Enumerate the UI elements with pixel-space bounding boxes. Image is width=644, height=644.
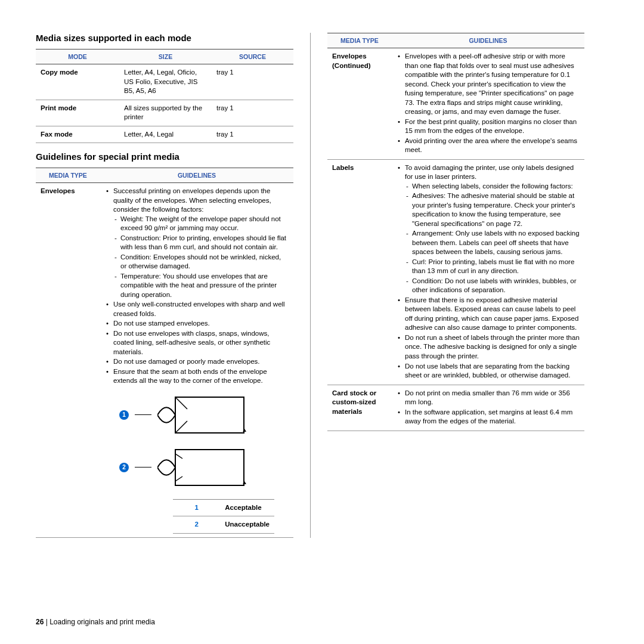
table-header-row: Mode Size Source [36,49,293,64]
left-column: Media sizes supported in each mode Mode … [36,33,310,538]
table-row: Copy mode Letter, A4, Legal, Oficio, US … [36,64,293,100]
modes-table: Mode Size Source Copy mode Letter, A4, L… [36,49,293,143]
labels-row: Labels To avoid damaging the printer, us… [327,159,584,385]
col-size: Size [119,49,212,64]
svg-rect-1 [175,450,244,485]
envelopes-continued-row: Envelopes (Continued) Envelopes with a p… [327,48,584,160]
table-header-row: Media Type Guidelines [327,33,584,48]
guidelines-table-left: Media Type Guidelines Envelopes Successf… [36,168,293,538]
envelope-acceptable-icon [157,394,247,436]
col-source: Source [212,49,293,64]
badge-2-icon: 2 [119,463,129,472]
connector-line [135,467,151,467]
envelope-factors: Weight: The weight of the envelope paper… [113,215,289,300]
page-number: 26 [36,618,44,626]
table-header-row: Media Type Guidelines [36,168,293,183]
svg-rect-0 [175,397,244,433]
col-media-type: Media Type [327,33,392,48]
cardstock-row: Card stock or custom-sized materials Do … [327,385,584,431]
table-row: Print mode All sizes supported by the pr… [36,100,293,126]
envelopes-bullets: Successful printing on envelopes depends… [105,187,289,386]
envelope-acceptable: 1 [119,394,274,436]
table-row: Fax mode Letter, A4, Legal tray 1 [36,126,293,143]
col-media-type: Media Type [36,168,100,183]
connector-line [135,414,151,415]
envelope-diagram: 1 2 [119,394,274,534]
page-content: Media sizes supported in each mode Mode … [0,0,644,538]
footer-title: Loading originals and print media [49,618,155,626]
col-guidelines: Guidelines [100,168,293,183]
legend-row: 1 Acceptable [173,499,274,516]
page-footer: 26 | Loading originals and print media [36,618,155,626]
guidelines-table-right: Media Type Guidelines Envelopes (Continu… [327,33,584,431]
envelopes-row: Envelopes Successful printing on envelop… [36,183,293,538]
envelope-unacceptable: 2 [119,447,274,488]
heading-guidelines: Guidelines for special print media [36,151,293,162]
heading-media-sizes: Media sizes supported in each mode [36,33,293,43]
badge-1-icon: 1 [119,410,129,420]
legend-row: 2 Unacceptable [173,516,274,534]
diagram-legend: 1 Acceptable 2 Unacceptable [173,499,274,534]
envelope-unacceptable-icon [157,447,247,488]
col-guidelines: Guidelines [392,33,584,48]
col-mode: Mode [36,49,119,64]
right-column: Media Type Guidelines Envelopes (Continu… [310,33,584,538]
